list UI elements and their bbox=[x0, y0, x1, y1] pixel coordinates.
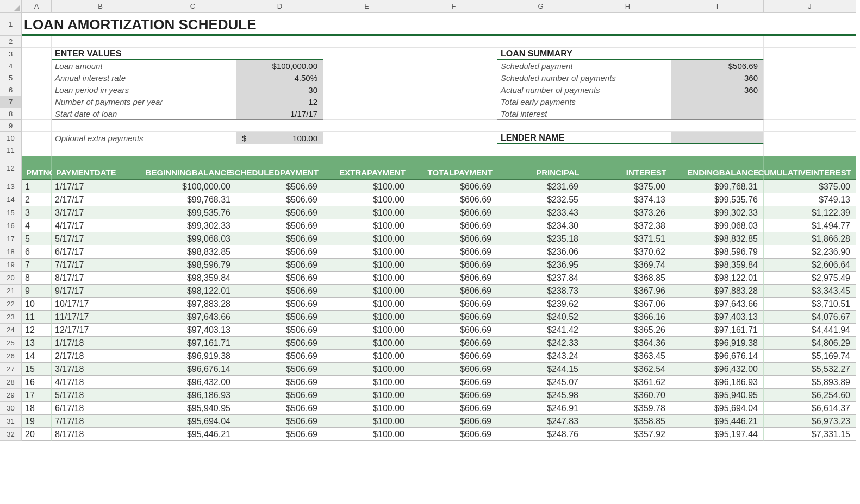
scheduled-payment[interactable]: $506.69 bbox=[236, 402, 323, 415]
total-payment[interactable]: $606.69 bbox=[410, 272, 497, 285]
column-header-C[interactable]: C bbox=[149, 0, 236, 13]
beginning-balance[interactable]: $98,596.79 bbox=[149, 259, 236, 272]
ending-balance[interactable]: $95,446.21 bbox=[671, 415, 764, 428]
ending-balance[interactable]: $99,535.76 bbox=[671, 193, 764, 206]
cell-empty[interactable] bbox=[22, 108, 52, 120]
cell-empty[interactable] bbox=[410, 48, 497, 60]
beginning-balance[interactable]: $95,446.21 bbox=[149, 428, 236, 441]
row-header-25[interactable]: 25 bbox=[0, 337, 22, 350]
row-header-31[interactable]: 31 bbox=[0, 415, 22, 428]
lender-name-value[interactable] bbox=[671, 132, 764, 144]
row-header-10[interactable]: 10 bbox=[0, 132, 22, 144]
pmt-no[interactable]: 9 bbox=[22, 285, 52, 298]
row-header-8[interactable]: 8 bbox=[0, 108, 22, 120]
enter-values-value[interactable]: $100,000.00 bbox=[236, 60, 323, 72]
total-payment[interactable]: $606.69 bbox=[410, 180, 497, 193]
row-header-20[interactable]: 20 bbox=[0, 272, 22, 285]
cumulative-interest[interactable]: $6,614.37 bbox=[764, 402, 856, 415]
interest[interactable]: $371.51 bbox=[584, 232, 671, 245]
ending-balance[interactable]: $95,694.04 bbox=[671, 402, 764, 415]
beginning-balance[interactable]: $97,161.71 bbox=[149, 337, 236, 350]
total-payment[interactable]: $606.69 bbox=[410, 193, 497, 206]
cell-empty[interactable] bbox=[22, 96, 52, 108]
cell-empty[interactable] bbox=[22, 132, 52, 144]
row-header-15[interactable]: 15 bbox=[0, 206, 22, 219]
scheduled-payment[interactable]: $506.69 bbox=[236, 324, 323, 337]
payment-date[interactable]: 6/17/18 bbox=[52, 402, 149, 415]
pmt-no[interactable]: 10 bbox=[22, 298, 52, 311]
cell-empty[interactable] bbox=[671, 144, 764, 156]
scheduled-payment[interactable]: $506.69 bbox=[236, 415, 323, 428]
total-payment[interactable]: $606.69 bbox=[410, 376, 497, 389]
cumulative-interest[interactable]: $4,441.94 bbox=[764, 324, 856, 337]
principal[interactable]: $241.42 bbox=[497, 324, 584, 337]
payment-date[interactable]: 5/17/18 bbox=[52, 389, 149, 402]
cell-empty[interactable] bbox=[323, 108, 410, 120]
ending-balance[interactable]: $98,122.01 bbox=[671, 272, 764, 285]
enter-values-value[interactable]: 1/17/17 bbox=[236, 108, 323, 120]
total-payment[interactable]: $606.69 bbox=[410, 337, 497, 350]
cumulative-interest[interactable]: $749.13 bbox=[764, 193, 856, 206]
cumulative-interest[interactable]: $6,254.60 bbox=[764, 389, 856, 402]
ending-balance[interactable]: $95,940.95 bbox=[671, 389, 764, 402]
cell-empty[interactable] bbox=[764, 84, 856, 96]
payment-date[interactable]: 2/17/18 bbox=[52, 350, 149, 363]
cumulative-interest[interactable]: $5,169.74 bbox=[764, 350, 856, 363]
cell-empty[interactable] bbox=[764, 48, 856, 60]
extra-payment[interactable]: $100.00 bbox=[323, 219, 410, 232]
row-header-24[interactable]: 24 bbox=[0, 324, 22, 337]
interest[interactable]: $368.85 bbox=[584, 272, 671, 285]
pmt-no[interactable]: 18 bbox=[22, 402, 52, 415]
payment-date[interactable]: 4/17/17 bbox=[52, 219, 149, 232]
table-header[interactable]: CUMULATIVEINTEREST bbox=[764, 156, 856, 180]
row-header-7[interactable]: 7 bbox=[0, 96, 22, 108]
scheduled-payment[interactable]: $506.69 bbox=[236, 180, 323, 193]
total-payment[interactable]: $606.69 bbox=[410, 259, 497, 272]
payment-date[interactable]: 1/17/17 bbox=[52, 180, 149, 193]
extra-payment[interactable]: $100.00 bbox=[323, 193, 410, 206]
table-header[interactable]: PMTNO bbox=[22, 156, 52, 180]
row-header-6[interactable]: 6 bbox=[0, 84, 22, 96]
total-payment[interactable]: $606.69 bbox=[410, 219, 497, 232]
beginning-balance[interactable]: $96,432.00 bbox=[149, 376, 236, 389]
table-header[interactable]: SCHEDULEDPAYMENT bbox=[236, 156, 323, 180]
interest[interactable]: $370.62 bbox=[584, 245, 671, 259]
cell-empty[interactable] bbox=[22, 120, 52, 132]
extra-payment[interactable]: $100.00 bbox=[323, 311, 410, 324]
payment-date[interactable]: 3/17/18 bbox=[52, 363, 149, 376]
cumulative-interest[interactable]: $1,494.77 bbox=[764, 219, 856, 232]
extra-payment[interactable]: $100.00 bbox=[323, 206, 410, 219]
principal[interactable]: $238.73 bbox=[497, 285, 584, 298]
cell-empty[interactable] bbox=[22, 60, 52, 72]
ending-balance[interactable]: $97,883.28 bbox=[671, 285, 764, 298]
row-header-3[interactable]: 3 bbox=[0, 48, 22, 60]
total-payment[interactable]: $606.69 bbox=[410, 298, 497, 311]
cell-empty[interactable] bbox=[764, 36, 856, 48]
interest[interactable]: $360.70 bbox=[584, 389, 671, 402]
principal[interactable]: $247.83 bbox=[497, 415, 584, 428]
cell-empty[interactable] bbox=[410, 132, 497, 144]
cell-empty[interactable] bbox=[323, 72, 410, 84]
extra-payments-value[interactable]: $100.00 bbox=[236, 132, 323, 144]
extra-payment[interactable]: $100.00 bbox=[323, 272, 410, 285]
spreadsheet-grid[interactable]: ABCDEFGHIJ1LOAN AMORTIZATION SCHEDULE23E… bbox=[0, 0, 860, 441]
cell-empty[interactable] bbox=[584, 36, 671, 48]
cell-empty[interactable] bbox=[323, 96, 410, 108]
cell-empty[interactable] bbox=[52, 144, 149, 156]
principal[interactable]: $234.30 bbox=[497, 219, 584, 232]
enter-values-value[interactable]: 30 bbox=[236, 84, 323, 96]
cell-empty[interactable] bbox=[584, 144, 671, 156]
principal[interactable]: $235.18 bbox=[497, 232, 584, 245]
cell-empty[interactable] bbox=[497, 120, 584, 132]
cell-empty[interactable] bbox=[22, 36, 52, 48]
column-header-A[interactable]: A bbox=[22, 0, 52, 13]
cell-empty[interactable] bbox=[236, 144, 323, 156]
cell-empty[interactable] bbox=[764, 120, 856, 132]
scheduled-payment[interactable]: $506.69 bbox=[236, 259, 323, 272]
pmt-no[interactable]: 3 bbox=[22, 206, 52, 219]
row-header-17[interactable]: 17 bbox=[0, 232, 22, 245]
principal[interactable]: $237.84 bbox=[497, 272, 584, 285]
cumulative-interest[interactable]: $6,973.23 bbox=[764, 415, 856, 428]
column-header-B[interactable]: B bbox=[52, 0, 149, 13]
payment-date[interactable]: 8/17/18 bbox=[52, 428, 149, 441]
